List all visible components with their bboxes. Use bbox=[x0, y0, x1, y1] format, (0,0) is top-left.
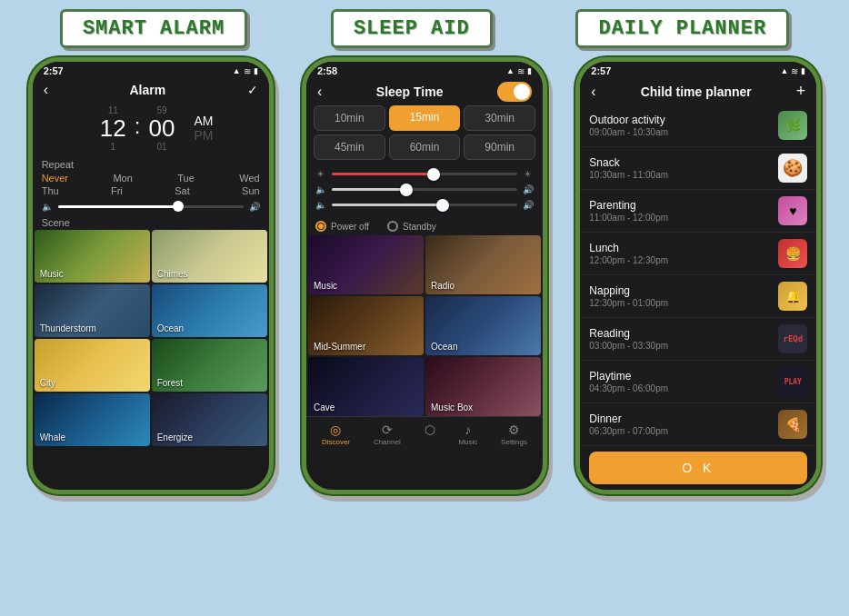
tab-discover[interactable]: ◎ Discover bbox=[322, 422, 350, 448]
planner-item-dinner[interactable]: Dinner 06:30pm - 07:00pm 🍕 bbox=[580, 403, 816, 446]
day-sat[interactable]: Sat bbox=[175, 185, 190, 196]
planner-status-icons: ▲ ≋ ▮ bbox=[780, 66, 805, 76]
scene-chimes[interactable]: Chimes bbox=[152, 230, 267, 283]
planner-add-button[interactable]: + bbox=[796, 82, 806, 101]
time-btn-90min[interactable]: 90min bbox=[464, 134, 535, 160]
alarm-check-button[interactable]: ✓ bbox=[247, 83, 258, 97]
planner-playtime-time: 04:30pm - 06:00pm bbox=[589, 383, 778, 393]
scene-energize-label: Energize bbox=[157, 432, 193, 442]
scene-thunder-label: Thunderstorm bbox=[40, 323, 96, 333]
sleep-scene-cave[interactable]: Cave bbox=[308, 357, 424, 416]
sleep-scene-ocean[interactable]: Ocean bbox=[425, 296, 541, 355]
sleep-scene-musicbox[interactable]: Music Box bbox=[425, 357, 541, 416]
day-never[interactable]: Never bbox=[42, 173, 68, 184]
day-sun[interactable]: Sun bbox=[242, 185, 260, 196]
pm-label: PM bbox=[194, 128, 213, 143]
planner-item-reading[interactable]: Reading 03:00pm - 03:30pm rEQd bbox=[580, 318, 816, 361]
planner-list: Outdoor activity 09:00am - 10:30am 🌿 Sna… bbox=[580, 104, 816, 446]
sleep-scene-music-label: Music bbox=[314, 281, 337, 291]
settings-label: Settings bbox=[501, 438, 527, 446]
sleep-scene-radio[interactable]: Radio bbox=[425, 235, 541, 294]
planner-playtime-activity: Playtime bbox=[589, 370, 778, 383]
settings-icon: ⚙ bbox=[508, 422, 520, 437]
sleep-slider-3-row: 🔈 🔊 bbox=[315, 200, 534, 210]
planner-item-lunch[interactable]: Lunch 12:00pm - 12:30pm 🍔 bbox=[580, 233, 816, 275]
time-btn-15min[interactable]: 15min bbox=[389, 105, 461, 131]
day-fri[interactable]: Fri bbox=[111, 185, 123, 196]
sleep-scene-grid: Music Radio Mid-Summer Ocean Cave bbox=[306, 235, 543, 416]
time-btn-30min[interactable]: 30min bbox=[464, 105, 535, 131]
planner-snack-icon: 🍪 bbox=[778, 154, 807, 183]
alarm-status-bar: 2:57 ▲ ≋ ▮ bbox=[33, 62, 269, 78]
day-mon[interactable]: Mon bbox=[113, 173, 132, 184]
scene-energize[interactable]: Energize bbox=[152, 393, 267, 446]
sleep-slider-2[interactable] bbox=[332, 188, 517, 191]
planner-outdoor-info: Outdoor activity 09:00am - 10:30am bbox=[589, 114, 778, 137]
scene-forest-label: Forest bbox=[157, 378, 183, 388]
ok-button[interactable]: O K bbox=[589, 452, 807, 484]
standby-radio bbox=[387, 221, 398, 232]
planner-item-snack[interactable]: Snack 10:30am - 11:00am 🍪 bbox=[580, 147, 816, 190]
days-row-2: Thu Fri Sat Sun bbox=[42, 185, 260, 196]
planner-reading-icon: rEQd bbox=[778, 324, 807, 353]
planner-snack-time: 10:30am - 11:00am bbox=[589, 170, 778, 180]
planner-item-outdoor[interactable]: Outdoor activity 09:00am - 10:30am 🌿 bbox=[580, 104, 816, 147]
sleep-status-icons: ▲ ≋ ▮ bbox=[506, 66, 532, 76]
alarm-status-time: 2:57 bbox=[44, 65, 64, 76]
alarm-volume-slider[interactable] bbox=[58, 205, 244, 208]
day-thu[interactable]: Thu bbox=[42, 185, 59, 196]
power-off-option[interactable]: Power off bbox=[315, 221, 369, 232]
planner-item-playtime[interactable]: Playtime 04:30pm - 06:00pm PLAY bbox=[580, 361, 816, 403]
sleep-scene-music[interactable]: Music bbox=[308, 235, 424, 294]
scene-music[interactable]: Music bbox=[35, 230, 150, 283]
standby-label: Standby bbox=[403, 222, 436, 232]
planner-lunch-info: Lunch 12:00pm - 12:30pm bbox=[589, 242, 778, 265]
planner-item-parenting[interactable]: Parenting 11:00am - 12:00pm ♥ bbox=[580, 190, 816, 233]
sleep-scene-musicbox-label: Music Box bbox=[431, 402, 473, 412]
sleep-slider-1[interactable] bbox=[332, 173, 517, 175]
hour-main: 12 bbox=[100, 115, 126, 142]
planner-lunch-time: 12:00pm - 12:30pm bbox=[589, 255, 778, 265]
planner-napping-icon: 🔔 bbox=[778, 282, 807, 311]
day-wed[interactable]: Wed bbox=[239, 173, 259, 184]
sleep-nav: ‹ Sleep Time bbox=[306, 78, 543, 105]
scene-whale[interactable]: Whale bbox=[35, 393, 150, 446]
battery-icon: ▮ bbox=[254, 66, 258, 75]
planner-snack-activity: Snack bbox=[589, 156, 778, 169]
planner-parenting-activity: Parenting bbox=[589, 199, 778, 212]
time-btn-10min[interactable]: 10min bbox=[314, 105, 385, 131]
day-tue[interactable]: Tue bbox=[177, 173, 195, 184]
tab-channel[interactable]: ⟳ Channel bbox=[374, 422, 401, 448]
sleep-screen: 2:58 ▲ ≋ ▮ ‹ Sleep Time 10min 15min 30mi… bbox=[306, 62, 543, 452]
sleep-time-buttons: 10min 15min 30min 45min 60min 90min bbox=[306, 105, 543, 165]
planner-dinner-icon: 🍕 bbox=[778, 410, 807, 439]
sleep-slider-3[interactable] bbox=[332, 204, 517, 206]
planner-item-napping[interactable]: Napping 12:30pm - 01:00pm 🔔 bbox=[580, 275, 816, 318]
standby-option[interactable]: Standby bbox=[387, 221, 436, 232]
sleep-aid-badge: SLEEP AID bbox=[331, 9, 493, 48]
tab-center[interactable]: ⬡ bbox=[424, 422, 435, 448]
scene-forest[interactable]: Forest bbox=[152, 339, 267, 392]
header-row: SMART ALARM SLEEP AID DAILY PLANNER bbox=[18, 9, 831, 48]
tab-music[interactable]: ♪ Music bbox=[458, 422, 477, 448]
planner-nav: ‹ Child time planner + bbox=[580, 78, 816, 104]
power-off-label: Power off bbox=[331, 222, 369, 232]
sleep-nav-title: Sleep Time bbox=[322, 84, 497, 99]
power-off-radio bbox=[315, 221, 326, 232]
alarm-volume-row: 🔈 🔊 bbox=[33, 198, 269, 215]
time-btn-45min[interactable]: 45min bbox=[314, 134, 385, 160]
toggle-knob bbox=[514, 84, 530, 100]
sleep-toggle[interactable] bbox=[497, 82, 532, 102]
tab-settings[interactable]: ⚙ Settings bbox=[501, 422, 527, 448]
time-btn-60min[interactable]: 60min bbox=[389, 134, 461, 160]
scene-thunderstorm[interactable]: Thunderstorm bbox=[35, 284, 150, 337]
planner-lunch-icon: 🍔 bbox=[778, 239, 807, 268]
am-label: AM bbox=[194, 114, 213, 128]
scene-city[interactable]: City bbox=[35, 339, 150, 392]
scene-ocean[interactable]: Ocean bbox=[152, 284, 267, 337]
alarm-time-picker[interactable]: 11 12 1 : 59 00 01 AM PM bbox=[33, 102, 269, 155]
sleep-scene-midsummer[interactable]: Mid-Summer bbox=[308, 296, 424, 355]
discover-label: Discover bbox=[322, 438, 350, 446]
ampm-column[interactable]: AM PM bbox=[194, 114, 213, 143]
alarm-nav: ‹ Alarm ✓ bbox=[33, 78, 269, 102]
